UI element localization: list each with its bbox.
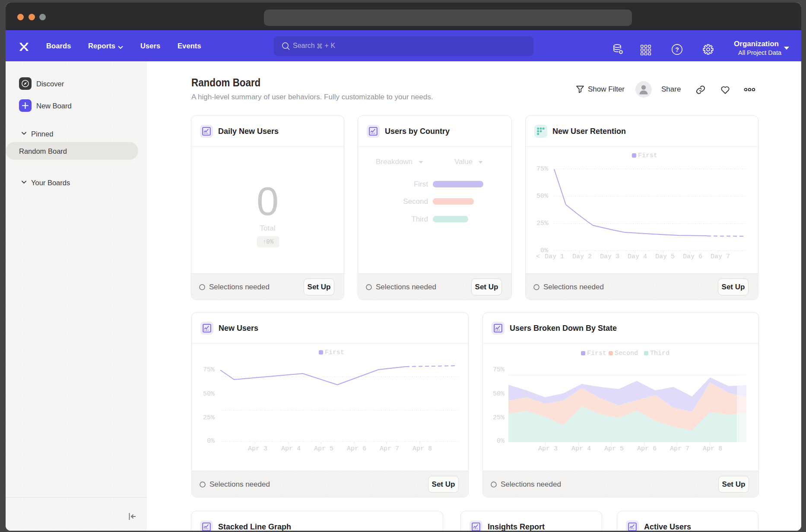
svg-text:?: ? [675, 46, 679, 53]
